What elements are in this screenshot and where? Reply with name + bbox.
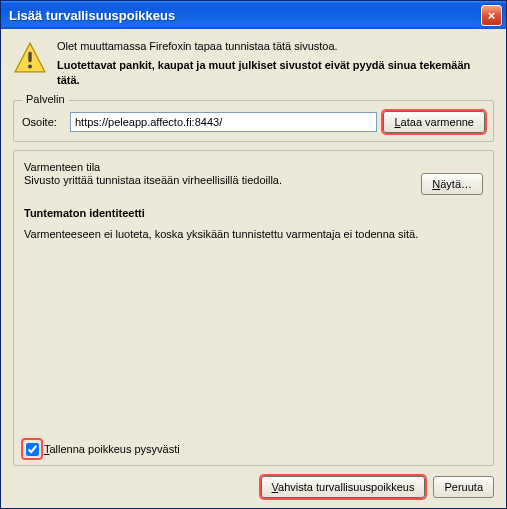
dialog-window: Lisää turvallisuuspoikkeus × Olet muutta… <box>0 0 507 509</box>
address-input[interactable] <box>70 112 377 132</box>
save-permanently-label: Tallenna poikkeus pysyvästi <box>44 443 180 455</box>
address-label: Osoite: <box>22 116 64 128</box>
certificate-legend: Varmenteen tila <box>24 161 483 173</box>
view-certificate-button[interactable]: Näytä… <box>421 173 483 195</box>
close-icon: × <box>488 8 496 23</box>
certificate-body: Varmenteeseen ei luoteta, koska yksikään… <box>24 227 483 242</box>
close-button[interactable]: × <box>481 5 502 26</box>
dialog-content: Olet muuttamassa Firefoxin tapaa tunnist… <box>1 29 506 508</box>
titlebar: Lisää turvallisuuspoikkeus × <box>1 1 506 29</box>
save-permanently-row: Tallenna poikkeus pysyvästi <box>24 441 483 457</box>
intro-section: Olet muuttamassa Firefoxin tapaa tunnist… <box>13 39 494 88</box>
server-legend: Palvelin <box>22 93 69 105</box>
warning-icon <box>13 41 47 75</box>
intro-line2: Luotettavat pankit, kaupat ja muut julki… <box>57 58 494 88</box>
intro-text: Olet muuttamassa Firefoxin tapaa tunnist… <box>57 39 494 88</box>
certificate-heading: Tuntematon identiteetti <box>24 207 483 219</box>
svg-rect-1 <box>28 52 31 63</box>
cancel-button[interactable]: Peruuta <box>433 476 494 498</box>
intro-line1: Olet muuttamassa Firefoxin tapaa tunnist… <box>57 39 494 54</box>
certificate-fieldset: Varmenteen tila Sivusto yrittää tunnista… <box>13 150 494 466</box>
window-title: Lisää turvallisuuspoikkeus <box>9 8 481 23</box>
fetch-certificate-button[interactable]: Lataa varmenne <box>383 111 485 133</box>
server-fieldset: Palvelin Osoite: Lataa varmenne <box>13 100 494 142</box>
dialog-footer: Vahvista turvallisuuspoikkeus Peruuta <box>13 466 494 498</box>
certificate-status-line: Sivusto yrittää tunnistaa itseään virhee… <box>24 173 413 188</box>
svg-point-2 <box>28 64 32 68</box>
save-permanently-checkbox[interactable] <box>26 443 39 456</box>
confirm-exception-button[interactable]: Vahvista turvallisuuspoikkeus <box>261 476 426 498</box>
